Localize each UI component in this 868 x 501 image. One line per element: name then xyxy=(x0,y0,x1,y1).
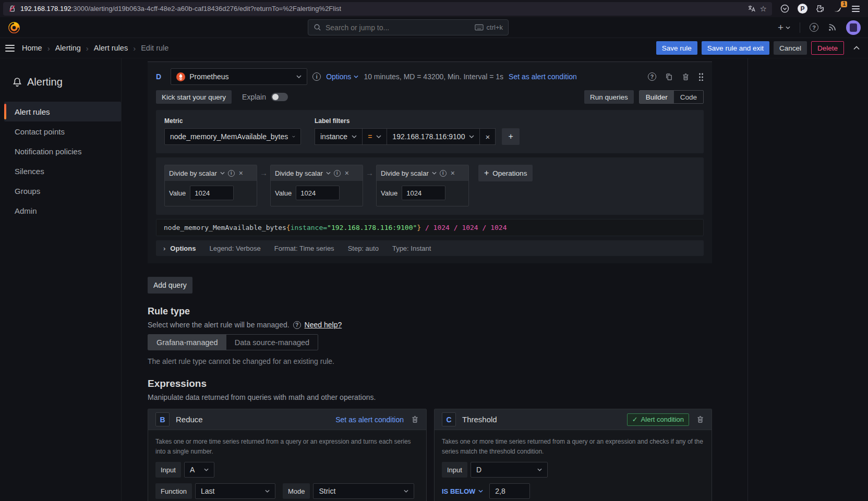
reduce-mode-select[interactable]: Strict xyxy=(313,483,414,499)
threshold-input-select[interactable]: D xyxy=(471,462,548,478)
sidebar-item-notification-policies[interactable]: Notification policies xyxy=(4,141,121,161)
url-text[interactable]: 192.168.178.192:3000/alerting/d19b063a-4… xyxy=(20,5,341,13)
query-header: D Prometheus i Options 10 minutes, MD = … xyxy=(156,68,704,85)
operation-info-icon[interactable]: i xyxy=(440,170,447,177)
breadcrumb-edit-rule: Edit rule xyxy=(141,44,168,52)
pipe-arrow-icon: → xyxy=(366,168,373,177)
datasource-managed-option[interactable]: Data source-managed xyxy=(226,335,318,350)
type-summary: Type: Instant xyxy=(392,245,431,252)
need-help-link[interactable]: Need help? xyxy=(305,321,342,329)
scalar-value-input[interactable] xyxy=(402,186,445,200)
operation-card: Divide by scalar i × Value xyxy=(270,165,363,206)
datasource-picker[interactable]: Prometheus xyxy=(171,68,307,85)
expression-description: Takes one or more time series returned f… xyxy=(442,437,704,456)
remove-operation-icon[interactable]: × xyxy=(239,169,243,177)
news-rss-icon[interactable] xyxy=(828,23,837,32)
metric-select[interactable]: node_memory_MemAvailable_bytes xyxy=(164,128,301,145)
filter-operator-select[interactable]: = xyxy=(363,128,387,145)
sidebar-item-admin[interactable]: Admin xyxy=(4,201,121,221)
alert-condition-badge: ✓ Alert condition xyxy=(627,413,689,426)
extension-bird-icon[interactable]: 1 xyxy=(833,4,843,13)
search-box[interactable]: ctrl+k xyxy=(308,19,509,35)
chevron-down-icon xyxy=(354,75,358,78)
query-help-icon[interactable]: ? xyxy=(648,72,656,81)
operation-title[interactable]: Divide by scalar xyxy=(275,169,323,177)
save-rule-and-exit-button[interactable]: Save rule and exit xyxy=(702,41,769,55)
add-filter-button[interactable]: + xyxy=(502,128,520,145)
set-as-alert-condition-link[interactable]: Set as alert condition xyxy=(335,416,404,424)
query-options-toggle[interactable]: Options xyxy=(326,72,358,81)
grafana-logo[interactable] xyxy=(7,21,21,34)
new-menu-button[interactable]: + xyxy=(778,22,790,32)
chevron-down-icon xyxy=(265,490,270,493)
save-rule-button[interactable]: Save rule xyxy=(656,41,697,55)
filter-name-select[interactable]: instance xyxy=(315,128,363,145)
insecure-lock-icon[interactable] xyxy=(8,5,16,13)
mega-menu-icon[interactable] xyxy=(5,43,15,53)
sidebar-item-contact-points[interactable]: Contact points xyxy=(4,121,121,141)
threshold-value-input[interactable] xyxy=(489,483,530,499)
bookmark-star-icon[interactable]: ☆ xyxy=(760,4,767,14)
builder-tab[interactable]: Builder xyxy=(640,91,674,103)
browser-menu-icon[interactable] xyxy=(852,4,860,14)
help-icon[interactable]: ? xyxy=(810,23,818,32)
options-collapse-toggle[interactable]: › Options xyxy=(163,245,196,252)
explain-toggle[interactable] xyxy=(271,93,288,101)
set-as-alert-condition-link[interactable]: Set as alert condition xyxy=(509,72,577,81)
info-icon[interactable]: i xyxy=(312,72,321,81)
operation-info-icon[interactable]: i xyxy=(334,170,341,177)
scalar-value-input[interactable] xyxy=(190,186,234,200)
add-operations-button[interactable]: + Operations xyxy=(478,165,533,181)
operation-title[interactable]: Divide by scalar xyxy=(169,169,217,177)
remove-filter-button[interactable]: × xyxy=(480,128,496,145)
chevron-down-icon xyxy=(296,75,302,78)
kick-start-button[interactable]: Kick start your query xyxy=(156,90,232,104)
sidebar-item-groups[interactable]: Groups xyxy=(4,181,121,201)
operation-info-icon[interactable]: i xyxy=(228,170,235,177)
remove-operation-icon[interactable]: × xyxy=(345,169,349,177)
chevron-down-icon xyxy=(537,468,542,471)
translate-icon[interactable] xyxy=(748,5,756,13)
delete-button[interactable]: Delete xyxy=(811,41,844,55)
chevron-down-icon xyxy=(326,172,331,175)
breadcrumb-alerting[interactable]: Alerting xyxy=(55,44,81,52)
filter-value-select[interactable]: 192.168.178.116:9100 xyxy=(387,128,480,145)
explain-label: Explain xyxy=(242,93,266,101)
url-bar[interactable]: 192.168.178.192:3000/alerting/d19b063a-4… xyxy=(3,2,772,16)
sidebar-item-alert-rules[interactable]: Alert rules xyxy=(4,102,121,121)
code-tab[interactable]: Code xyxy=(674,91,703,103)
drag-handle-icon[interactable] xyxy=(698,72,704,81)
expression-title: Threshold xyxy=(462,415,497,424)
remove-operation-icon[interactable]: × xyxy=(451,169,455,177)
run-queries-button[interactable]: Run queries xyxy=(584,90,634,104)
sidebar-item-silences[interactable]: Silences xyxy=(4,161,121,181)
extensions-puzzle-icon[interactable] xyxy=(816,4,825,13)
pane-splitter[interactable] xyxy=(748,58,748,501)
reduce-function-select[interactable]: Last xyxy=(195,483,275,499)
add-query-button[interactable]: Add query xyxy=(148,277,192,294)
user-avatar[interactable] xyxy=(846,20,861,35)
bell-icon xyxy=(13,77,22,87)
chevron-up-icon[interactable] xyxy=(853,46,860,50)
pocket-icon[interactable] xyxy=(780,4,789,13)
operation-title[interactable]: Divide by scalar xyxy=(381,169,429,177)
threshold-condition-select[interactable]: IS BELOW xyxy=(442,487,483,495)
delete-expression-icon[interactable] xyxy=(696,416,704,423)
step-summary: Step: auto xyxy=(348,245,379,252)
chevron-down-icon xyxy=(376,135,381,138)
cancel-button[interactable]: Cancel xyxy=(774,41,807,55)
threshold-expression-card: C Threshold ✓ Alert condition xyxy=(434,409,712,501)
scalar-value-input[interactable] xyxy=(296,186,340,200)
reduce-input-select[interactable]: A xyxy=(184,462,214,478)
plus-icon: + xyxy=(484,168,489,178)
delete-expression-icon[interactable] xyxy=(411,416,419,423)
search-input[interactable] xyxy=(326,23,471,32)
grafana-managed-option[interactable]: Grafana-managed xyxy=(148,335,226,350)
delete-query-icon[interactable] xyxy=(682,73,690,81)
duplicate-query-icon[interactable] xyxy=(665,73,673,81)
breadcrumb-home[interactable]: Home xyxy=(22,44,42,52)
chevron-down-icon xyxy=(204,468,209,471)
breadcrumb-alert-rules[interactable]: Alert rules xyxy=(94,44,128,52)
profile-icon[interactable]: P xyxy=(798,4,807,14)
value-label: Value xyxy=(275,189,292,197)
